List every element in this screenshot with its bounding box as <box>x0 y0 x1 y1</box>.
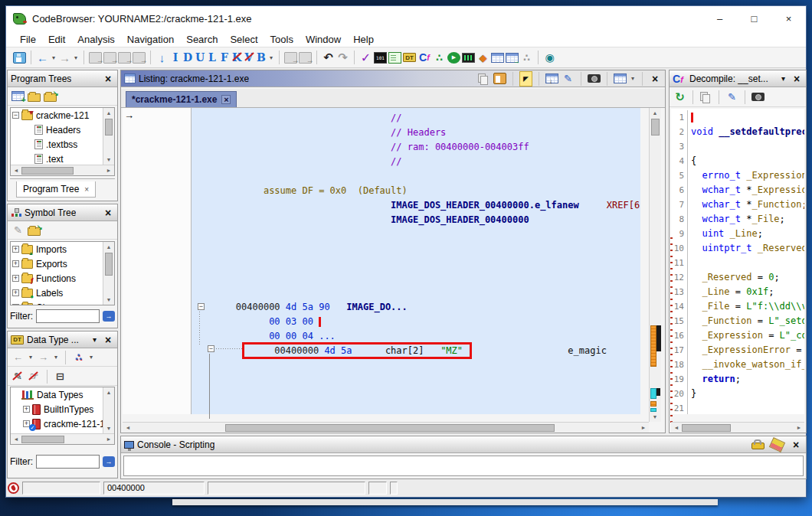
panel-menu-icon[interactable]: ▾ <box>93 335 99 344</box>
close-icon[interactable]: × <box>102 334 114 346</box>
listing-line[interactable] <box>192 373 640 387</box>
expand-toggle[interactable]: + <box>12 304 19 305</box>
nav-in-page-icon-2[interactable] <box>299 52 312 64</box>
tab-close-icon[interactable]: × <box>84 185 89 194</box>
instruction-i-icon[interactable]: I <box>170 50 181 65</box>
menu-item[interactable]: Select <box>224 32 264 47</box>
filter-options-icon[interactable]: → <box>103 311 115 322</box>
back-dropdown-icon[interactable]: ▾ <box>28 350 34 365</box>
diff-view-icon[interactable]: ✎ <box>562 71 575 87</box>
datatype-archive-icon[interactable]: DT <box>403 53 416 62</box>
listing-line[interactable]: // Headers <box>192 126 640 140</box>
lock-icon[interactable] <box>751 443 765 449</box>
toolbar-separator[interactable] <box>31 51 31 64</box>
listing-line[interactable] <box>192 286 640 300</box>
listing-line[interactable] <box>192 227 640 242</box>
expand-toggle[interactable]: − <box>12 112 19 119</box>
save-icon[interactable] <box>13 52 26 64</box>
run-script-icon[interactable]: ▶ <box>447 52 460 64</box>
listing-tab[interactable]: *crackme-121-1.exe × <box>126 91 237 107</box>
scroll-right-icon[interactable]: ► <box>103 434 114 444</box>
scroll-left-icon[interactable]: ◄ <box>11 165 21 175</box>
menu-item[interactable]: Help <box>347 32 380 47</box>
close-icon[interactable]: × <box>790 437 802 452</box>
decompile-line[interactable]: 6 wchar_t *_Expressio <box>671 183 804 198</box>
program-tree-tab[interactable]: Program Tree × <box>16 181 96 198</box>
decompile-line[interactable]: 13 _Line = 0x1f; <box>671 285 804 299</box>
decompile-line[interactable]: 10 uintptr_t _Reserved <box>671 241 804 256</box>
menu-item[interactable]: File <box>14 32 42 47</box>
listing-line[interactable] <box>192 358 640 373</box>
tree-row[interactable]: Data Types <box>11 387 114 402</box>
function-graph-icon[interactable]: ∴ <box>433 50 446 65</box>
tree-row[interactable]: .textbss <box>11 137 114 152</box>
script-manager-icon[interactable] <box>388 52 401 64</box>
listing-line[interactable] <box>192 402 640 414</box>
toolbar-separator[interactable] <box>745 90 745 104</box>
snapshot-icon[interactable]: ◉ <box>543 50 556 65</box>
v-crossed-icon[interactable]: V <box>244 50 254 65</box>
tree-row[interactable]: + BuiltInTypes <box>11 402 114 416</box>
listing-line[interactable] <box>192 169 640 184</box>
expand-toggle[interactable]: + <box>12 275 19 282</box>
listing-hscroll[interactable]: ◄ ► <box>123 422 649 433</box>
listing-line[interactable] <box>192 242 640 256</box>
toolbar-separator[interactable] <box>692 90 693 104</box>
edit-icon[interactable]: ✎ <box>725 90 738 105</box>
redo-icon[interactable]: ↷ <box>336 50 349 65</box>
undefine-u-icon[interactable]: U <box>195 50 205 65</box>
copy-icon[interactable] <box>477 73 490 84</box>
decompile-line[interactable]: 1 <box>671 110 804 125</box>
data-d-icon[interactable]: D <box>182 50 193 65</box>
program-tree-vscroll[interactable]: ▲ ▼ <box>103 108 114 165</box>
forward-dropdown-icon[interactable]: ▾ <box>53 350 59 365</box>
toolbar-separator[interactable] <box>354 51 355 64</box>
menu-item[interactable]: Search <box>180 32 224 47</box>
decompile-line[interactable]: 11 <box>671 256 804 270</box>
console-output[interactable] <box>123 456 804 476</box>
listing-line[interactable]: // <box>192 111 640 126</box>
filter-options-icon[interactable]: → <box>103 456 115 467</box>
import-icon[interactable] <box>28 227 41 236</box>
decompile-code-area[interactable]: 1 2 void __setdefaultprec 3 4 { <box>671 109 804 414</box>
conflict-dropdown-icon[interactable]: ▾ <box>88 350 94 365</box>
decompile-line[interactable]: 17 _ExpressionError = <box>671 343 804 358</box>
tab-close-icon[interactable]: × <box>221 95 231 104</box>
import-tree-icon[interactable] <box>44 93 57 102</box>
listing-vscroll[interactable]: ▲ ▼ <box>649 108 661 422</box>
listing-line[interactable]: 00 00 04 ... <box>192 329 640 344</box>
decompile-line[interactable]: 15 _Function = L"_setd <box>671 314 804 328</box>
pointer-crossed-icon[interactable]: ☞ <box>28 369 41 384</box>
open-folder-icon[interactable] <box>28 93 41 102</box>
decompile-line[interactable]: 14 _File = L"f:\\dd\\v <box>671 299 804 314</box>
listing-margins-icon[interactable] <box>614 73 627 83</box>
validate-icon[interactable]: ✓ <box>359 50 372 65</box>
expand-toggle[interactable]: + <box>12 246 19 253</box>
edit-disabled-icon[interactable]: ✎ <box>11 223 25 238</box>
back-icon[interactable]: ← <box>11 350 25 365</box>
decompile-line[interactable]: 19 return; <box>671 372 804 387</box>
toolbar-separator[interactable] <box>150 51 151 64</box>
toolbar-separator[interactable] <box>65 351 66 364</box>
data-type-hscroll[interactable]: ◄ ► <box>11 433 114 444</box>
scroll-up-icon[interactable]: ▲ <box>103 242 114 252</box>
toolbar-separator[interactable] <box>83 51 84 64</box>
copy-icon[interactable] <box>699 92 712 103</box>
scroll-down-icon[interactable]: ▼ <box>103 295 114 305</box>
decompile-line[interactable]: 4 { <box>671 154 804 168</box>
paste-icon[interactable] <box>493 73 506 84</box>
back-icon[interactable]: ← <box>36 50 49 65</box>
listing-line[interactable] <box>192 387 640 402</box>
listing-line[interactable]: IMAGE_DOS_HEADER_00400000 <box>192 213 640 227</box>
decompile-line[interactable]: 18 __invoke_watson_if_ <box>671 358 804 372</box>
scroll-left-icon[interactable]: ◄ <box>123 423 133 433</box>
program-tree-hscroll[interactable]: ◄ ► <box>11 165 114 175</box>
scroll-left-icon[interactable]: ◄ <box>671 423 682 433</box>
scroll-right-icon[interactable]: ► <box>103 165 114 175</box>
memory-map-icon[interactable] <box>462 53 475 63</box>
tree-row[interactable]: Headers <box>11 122 114 137</box>
scroll-up-icon[interactable]: ▲ <box>103 108 114 118</box>
toolbar-separator[interactable] <box>47 370 47 384</box>
k-crossed-icon[interactable]: K <box>231 50 242 65</box>
new-tree-icon[interactable] <box>11 91 25 101</box>
